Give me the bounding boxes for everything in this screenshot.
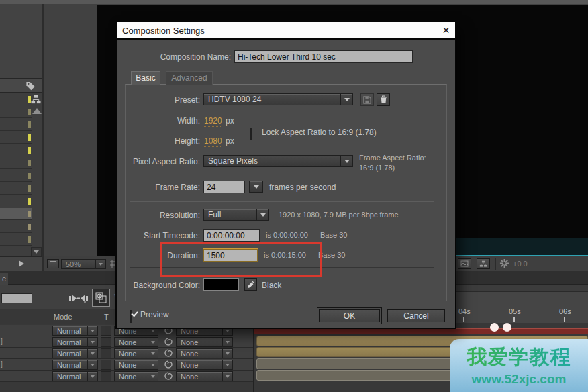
parent-dropdown[interactable]: None <box>176 371 233 381</box>
list-item[interactable] <box>0 93 32 105</box>
left-panel-header <box>0 79 42 93</box>
preview-checkbox[interactable] <box>130 310 132 323</box>
eyedropper-button[interactable] <box>244 278 257 291</box>
play-icon[interactable] <box>19 260 24 267</box>
tab-advanced[interactable]: Advanced <box>166 71 213 85</box>
trkmat-dropdown[interactable]: None <box>114 348 158 358</box>
list-item[interactable] <box>0 183 32 195</box>
frame-rate-input[interactable] <box>203 181 245 193</box>
ok-button[interactable]: OK <box>319 309 380 322</box>
tab-basic[interactable]: Basic <box>131 71 160 85</box>
ruler-label-04s: 04s <box>458 307 471 315</box>
column-header-t[interactable]: T <box>104 313 109 321</box>
t-cell[interactable] <box>101 326 111 336</box>
chevron-down-icon <box>250 181 262 192</box>
list-item[interactable] <box>0 195 32 207</box>
composition-name-input[interactable] <box>234 50 413 63</box>
list-item-selected[interactable] <box>0 208 32 220</box>
draft-3d-icon[interactable] <box>458 258 471 269</box>
scroll-down-icon[interactable] <box>31 247 42 256</box>
ruler-tick <box>564 317 565 322</box>
parent-dropdown[interactable]: None <box>176 360 233 370</box>
parent-pickwhip-icon[interactable] <box>164 348 173 358</box>
list-item[interactable] <box>0 119 32 131</box>
parent-dropdown[interactable]: None <box>176 348 233 358</box>
trkmat-dropdown[interactable]: None <box>114 337 158 347</box>
height-value[interactable]: 1080 <box>204 136 222 147</box>
chevron-down-icon <box>256 209 268 220</box>
chevron-down-icon <box>148 338 158 346</box>
chevron-down-icon <box>340 94 352 105</box>
layer-bracket: ] <box>1 338 3 345</box>
dialog-title-bar[interactable]: Composition Settings × <box>117 22 455 40</box>
transfer-controls-button[interactable] <box>92 289 110 307</box>
tag-icon[interactable] <box>26 81 36 91</box>
dialog-body: Composition Name: Basic Advanced Preset:… <box>117 41 455 328</box>
parent-dropdown[interactable]: None <box>176 337 233 347</box>
close-icon[interactable]: × <box>442 22 450 38</box>
start-timecode-label: Start Timecode: <box>117 231 200 240</box>
resolution-dropdown[interactable]: Full <box>203 209 269 221</box>
left-panel-upper <box>0 4 42 79</box>
pixel-aspect-ratio-label: Pixel Aspect Ratio: <box>117 157 200 166</box>
lock-aspect-checkbox[interactable] <box>250 128 252 140</box>
list-item[interactable] <box>0 234 32 246</box>
flowchart-small-icon[interactable] <box>477 258 490 269</box>
layer-row-5: Normal None None <box>0 371 253 382</box>
pixel-aspect-ratio-dropdown[interactable]: Square Pixels <box>203 155 353 167</box>
list-item[interactable] <box>0 144 32 156</box>
background-color-swatch[interactable] <box>203 278 239 291</box>
cancel-button[interactable]: Cancel <box>387 309 445 322</box>
timecode-field[interactable] <box>1 293 32 303</box>
mode-dropdown[interactable]: Normal <box>52 337 98 347</box>
mode-dropdown[interactable]: Normal <box>52 371 98 381</box>
triangle-up-icon[interactable] <box>32 108 42 114</box>
work-area-bar[interactable] <box>254 328 588 334</box>
list-item[interactable] <box>0 221 32 233</box>
magnification-dropdown[interactable]: 50% <box>61 259 106 269</box>
timeline-tab-fragment[interactable]: e <box>0 273 8 285</box>
flowchart-icon[interactable] <box>31 95 41 105</box>
motion-blur-value[interactable]: +0.0 <box>513 260 528 268</box>
list-item[interactable] <box>0 106 32 118</box>
width-value[interactable]: 1920 <box>204 116 222 127</box>
t-cell[interactable] <box>101 371 111 381</box>
t-cell[interactable] <box>101 337 111 347</box>
parent-pickwhip-icon[interactable] <box>164 337 173 346</box>
watermark-dot <box>503 323 511 332</box>
ruler-tick <box>463 317 464 322</box>
t-cell[interactable] <box>101 360 111 370</box>
layer-row-2: ] Normal None None <box>0 336 253 348</box>
preset-label: Preset: <box>117 95 200 105</box>
in-out-icon[interactable] <box>69 293 88 303</box>
duration-input[interactable] <box>203 249 258 262</box>
mode-dropdown[interactable]: Normal <box>52 348 98 358</box>
region-of-interest-icon[interactable] <box>47 259 59 268</box>
pixel-aspect-ratio-value: Square Pixels <box>204 156 340 166</box>
mode-dropdown[interactable]: Normal <box>52 326 98 336</box>
t-cell[interactable] <box>101 348 111 358</box>
list-item[interactable] <box>0 170 32 182</box>
motion-blur-icon[interactable] <box>499 258 509 268</box>
parent-pickwhip-icon[interactable] <box>164 360 173 369</box>
resolution-label: Resolution: <box>117 211 200 220</box>
resolution-info: 1920 x 1080, 7.9 MB per 8bpc frame <box>279 211 399 219</box>
toolbar-divider <box>495 258 496 270</box>
layer-row-4: ] Normal None None <box>0 359 253 371</box>
preset-dropdown[interactable]: HDTV 1080 24 <box>203 93 353 105</box>
mode-dropdown[interactable]: Normal <box>52 360 98 370</box>
trkmat-dropdown[interactable]: None <box>114 360 158 370</box>
save-preset-button[interactable] <box>360 93 374 106</box>
trkmat-dropdown[interactable]: None <box>114 371 158 381</box>
chevron-down-icon <box>222 338 232 346</box>
start-timecode-input[interactable] <box>203 229 260 242</box>
delete-preset-button[interactable] <box>377 93 390 106</box>
frame-rate-dropdown-button[interactable] <box>249 181 263 193</box>
ruler-label-06s: 06s <box>559 307 571 315</box>
dialog-title: Composition Settings <box>122 22 205 39</box>
list-item[interactable] <box>0 132 32 144</box>
column-header-mode[interactable]: Mode <box>54 313 72 321</box>
chevron-down-icon <box>222 372 232 381</box>
list-item[interactable] <box>0 157 32 169</box>
parent-pickwhip-icon[interactable] <box>164 371 173 381</box>
